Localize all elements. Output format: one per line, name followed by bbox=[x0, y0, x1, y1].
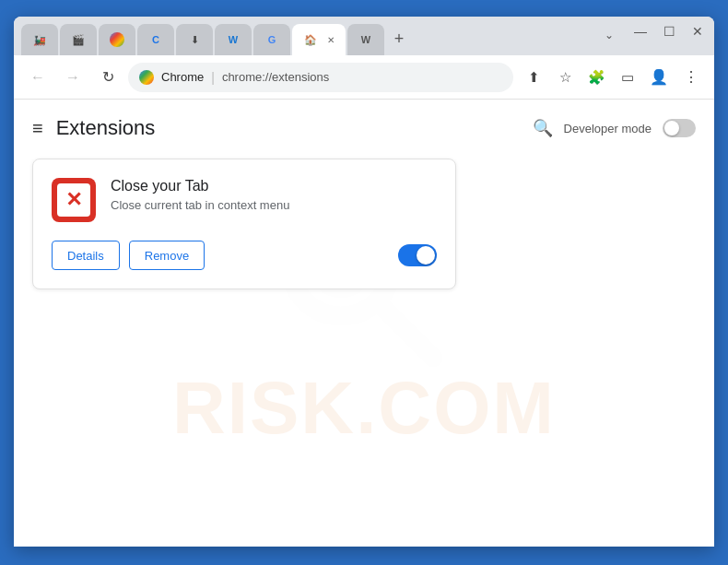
share-button[interactable]: ⬆ bbox=[519, 63, 548, 92]
hamburger-menu-icon[interactable]: ≡ bbox=[32, 118, 43, 139]
x-mark-icon: ✕ bbox=[65, 190, 82, 210]
account-icon: 👤 bbox=[650, 68, 668, 86]
extensions-button[interactable]: 🧩 bbox=[581, 63, 611, 92]
extension-name: Close your Tab bbox=[111, 178, 437, 194]
bookmark-button[interactable]: ☆ bbox=[550, 63, 580, 92]
page-content: RISK.COM ≡ Extensions 🔍 Developer mode ✕ bbox=[14, 100, 714, 547]
tab-8-active[interactable]: 🏠 ✕ bbox=[292, 24, 346, 55]
extension-icon-inner: ✕ bbox=[57, 183, 90, 217]
tab-2[interactable]: 🎬 bbox=[60, 24, 97, 55]
address-url: chrome://extensions bbox=[222, 70, 329, 84]
tab-1[interactable]: 🚂 bbox=[21, 24, 58, 55]
close-button[interactable]: ✕ bbox=[692, 24, 703, 39]
title-bar: 🚂 🎬 C ⬇ W G 🏠 ✕ bbox=[14, 17, 714, 55]
tab-1-favicon: 🚂 bbox=[32, 32, 47, 47]
tab-5[interactable]: ⬇ bbox=[176, 24, 213, 55]
tab-3[interactable] bbox=[99, 24, 135, 55]
tab-7[interactable]: G bbox=[253, 24, 290, 55]
extension-icon: ✕ bbox=[52, 178, 96, 222]
back-icon: ← bbox=[30, 69, 45, 86]
side-panel-icon: ▭ bbox=[621, 69, 634, 86]
menu-button[interactable]: ⋮ bbox=[675, 63, 705, 92]
forward-button[interactable]: → bbox=[58, 63, 88, 92]
share-icon: ⬆ bbox=[528, 69, 540, 86]
tab-8-favicon: 🏠 bbox=[303, 32, 318, 47]
forward-icon: → bbox=[65, 69, 80, 86]
svg-line-1 bbox=[380, 304, 433, 358]
chrome-favicon bbox=[139, 70, 154, 85]
extension-card: ✕ Close your Tab Close current tab in co… bbox=[32, 159, 456, 289]
reload-button[interactable]: ↻ bbox=[93, 63, 123, 92]
more-vert-icon: ⋮ bbox=[684, 68, 698, 86]
details-button[interactable]: Details bbox=[52, 241, 120, 270]
tab-9[interactable]: W bbox=[347, 24, 384, 55]
developer-mode-toggle[interactable] bbox=[663, 119, 696, 137]
address-bar[interactable]: Chrome | chrome://extensions bbox=[128, 63, 513, 92]
profile-button[interactable]: ▭ bbox=[613, 63, 642, 92]
tab-5-favicon: ⬇ bbox=[187, 32, 202, 47]
new-tab-button[interactable]: + bbox=[386, 26, 412, 52]
extensions-page-title: Extensions bbox=[56, 116, 520, 140]
tab-9-favicon: W bbox=[358, 32, 373, 47]
window-controls: — ☐ ✕ bbox=[634, 24, 703, 39]
tab-6-favicon: W bbox=[226, 32, 241, 47]
chevron-down-icon[interactable]: ⌄ bbox=[596, 22, 622, 48]
remove-button[interactable]: Remove bbox=[129, 241, 205, 270]
nav-bar: ← → ↻ Chrome | chrome://extensions ⬆ ☆ 🧩 bbox=[14, 55, 714, 100]
header-actions: 🔍 Developer mode bbox=[533, 118, 696, 138]
watermark-text: RISK.COM bbox=[172, 366, 556, 451]
developer-mode-label: Developer mode bbox=[564, 122, 652, 135]
extensions-list: ✕ Close your Tab Close current tab in co… bbox=[14, 149, 714, 299]
minimize-button[interactable]: — bbox=[634, 24, 647, 39]
star-icon: ☆ bbox=[559, 69, 571, 86]
extension-toggle-knob bbox=[417, 246, 435, 265]
extension-top: ✕ Close your Tab Close current tab in co… bbox=[52, 178, 437, 222]
address-separator: | bbox=[211, 70, 215, 85]
search-icon[interactable]: 🔍 bbox=[533, 118, 553, 138]
tab-2-favicon: 🎬 bbox=[71, 32, 86, 47]
back-button[interactable]: ← bbox=[23, 63, 53, 92]
extension-actions: Details Remove bbox=[52, 241, 437, 270]
browser-window: 🚂 🎬 C ⬇ W G 🏠 ✕ bbox=[14, 17, 714, 547]
address-site-name: Chrome bbox=[161, 70, 204, 84]
extension-description: Close current tab in context menu bbox=[111, 198, 437, 212]
tab-6[interactable]: W bbox=[215, 24, 252, 55]
maximize-button[interactable]: ☐ bbox=[663, 24, 675, 39]
toggle-knob bbox=[664, 121, 679, 135]
puzzle-icon: 🧩 bbox=[588, 69, 605, 86]
nav-actions: ⬆ ☆ 🧩 ▭ 👤 ⋮ bbox=[519, 63, 705, 92]
extension-enable-toggle[interactable] bbox=[398, 244, 437, 266]
account-button[interactable]: 👤 bbox=[644, 63, 674, 92]
reload-icon: ↻ bbox=[102, 68, 114, 86]
tab-8-close-icon[interactable]: ✕ bbox=[323, 32, 338, 47]
tab-7-favicon: G bbox=[264, 32, 279, 47]
extensions-header: ≡ Extensions 🔍 Developer mode bbox=[14, 100, 714, 149]
tab-4[interactable]: C bbox=[137, 24, 174, 55]
tab-4-favicon: C bbox=[148, 32, 163, 47]
extension-info: Close your Tab Close current tab in cont… bbox=[111, 178, 437, 212]
tab-3-favicon bbox=[110, 32, 124, 47]
